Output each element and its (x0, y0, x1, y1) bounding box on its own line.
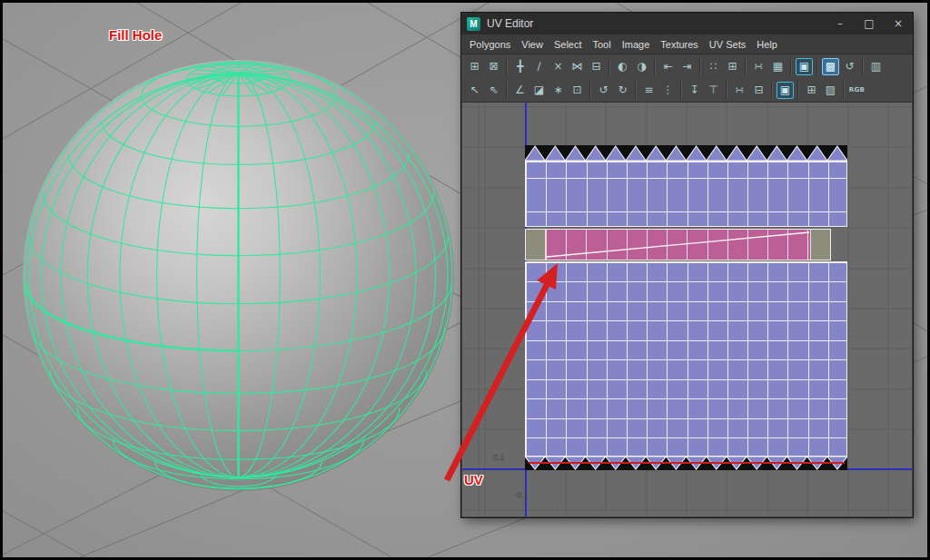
pin-uv-icon[interactable]: ∗ (549, 82, 567, 99)
toolbar: ⊞⊠╋∕×⋈⊟◐◑⇤⇥∷⊞∺▦▣▩↺▥ ↖⇖∠◪∗⊡↺↻≡⋮↧⊤∺⊟▣⊞▨RGB (461, 54, 913, 103)
align-u-min-icon[interactable]: ⇤ (659, 58, 677, 75)
toolbar-group: ▩↺ (822, 58, 858, 75)
toolbar-group: ⊞⊠ (466, 58, 502, 75)
flip-v-icon[interactable]: ◑ (633, 58, 650, 75)
uv-shell-middle[interactable] (525, 229, 831, 260)
menu-uv-sets[interactable]: UV Sets (704, 39, 751, 50)
toolbar-group: ↧⊤ (686, 82, 722, 99)
rotate-ccw-icon[interactable]: ↺ (595, 82, 612, 99)
toolbar-separator (745, 57, 747, 75)
fill-hole-label: Fill Hole (109, 27, 162, 43)
toolbar-separator (726, 81, 727, 99)
menu-textures[interactable]: Textures (655, 39, 704, 50)
menu-bar: PolygonsViewSelectToolImageTexturesUV Se… (461, 34, 913, 54)
shade-shell-icon[interactable]: ◪ (530, 82, 548, 99)
shaded-uv-display-icon[interactable]: ▣ (777, 82, 794, 99)
cut-uv-edge-icon[interactable]: ∕ (530, 58, 548, 75)
snap-top-icon[interactable]: ⊤ (705, 82, 722, 99)
unstack-icon[interactable]: ⋮ (659, 82, 677, 99)
move-uv-shell-icon[interactable]: ╋ (511, 58, 529, 75)
uv-shell-bottom-grid (525, 261, 847, 457)
select-cursor-icon[interactable]: ↖ (466, 82, 483, 99)
toolbar-group: ◐◑ (614, 58, 650, 75)
toolbar-separator (680, 81, 682, 99)
toolbar-group: ⇤⇥ (659, 58, 696, 75)
red-border-line (529, 462, 845, 464)
pixel-grid-icon[interactable]: ⊞ (803, 82, 820, 99)
close-button[interactable]: × (884, 13, 913, 34)
toolbar-separator (843, 81, 845, 99)
uv-editor-window: M UV Editor – □ × PolygonsViewSelectTool… (461, 13, 913, 517)
toolbar-separator (862, 57, 864, 75)
tweak-uv-tool-icon[interactable]: ∠ (511, 82, 529, 99)
menu-image[interactable]: Image (617, 39, 656, 50)
maximize-button[interactable]: □ (855, 13, 884, 34)
menu-help[interactable]: Help (751, 39, 783, 50)
toolbar-group: ∷⊞ (705, 58, 741, 75)
menu-tool[interactable]: Tool (588, 39, 617, 50)
sphere-wireframe (23, 60, 454, 491)
distortion-display-icon[interactable]: ↺ (841, 58, 858, 75)
stack-shells-icon[interactable]: ▦ (769, 58, 787, 75)
toolbar-separator (635, 81, 637, 99)
distribute-shells-icon[interactable]: ∷ (705, 58, 722, 75)
unfold-uv-icon[interactable]: ⊟ (588, 58, 605, 75)
title-bar[interactable]: M UV Editor – □ × (461, 13, 913, 34)
match-grid-icon[interactable]: ⊞ (724, 58, 741, 75)
toolbar-group: ▣ (796, 58, 813, 75)
toolbar-row1: ⊞⊠╋∕×⋈⊟◐◑⇤⇥∷⊞∺▦▣▩↺▥ (461, 54, 913, 78)
toolbar-group: ≡⋮ (640, 82, 677, 99)
marquee-select-icon[interactable]: ⊡ (569, 82, 586, 99)
minimize-button[interactable]: – (826, 13, 855, 34)
dim-image-icon[interactable]: ▨ (822, 82, 839, 99)
flip-u-icon[interactable]: ◐ (614, 58, 631, 75)
menu-polygons[interactable]: Polygons (464, 39, 516, 50)
add-select-cursor-icon[interactable]: ⇖ (485, 82, 502, 99)
align-u-max-icon[interactable]: ⇥ (678, 58, 696, 75)
menu-select[interactable]: Select (549, 39, 588, 50)
toolbar-separator (790, 57, 792, 75)
toolbar-group: ↖⇖ (466, 82, 502, 99)
toolbar-separator (506, 57, 508, 75)
grid-options-icon[interactable]: ⊟ (750, 82, 767, 99)
texture-border-toggle-icon[interactable]: ▥ (867, 58, 885, 75)
checker-map-icon[interactable]: ▩ (822, 58, 839, 75)
toolbar-separator (654, 57, 656, 75)
uv-band-pink (546, 230, 810, 260)
toolbar-group: ↺↻ (595, 82, 631, 99)
toolbar-group: RGB (848, 82, 866, 99)
toolbar-group: ╋∕×⋈⊟ (511, 58, 605, 75)
toolbar-separator (506, 81, 508, 99)
uv-shell-top-grid (525, 161, 847, 227)
uv-band-end-right (810, 230, 830, 260)
stack-similar-icon[interactable]: ≡ (640, 82, 658, 99)
screenshot-frame: M UV Editor – □ × PolygonsViewSelectTool… (0, 0, 930, 560)
uv-smudge-tool-icon[interactable]: ⊠ (485, 58, 502, 75)
toolbar-group: ▣ (777, 82, 794, 99)
toolbar-row2: ↖⇖∠◪∗⊡↺↻≡⋮↧⊤∺⊟▣⊞▨RGB (461, 78, 913, 102)
uv-canvas[interactable]: 0.1 -0.1 (462, 103, 912, 516)
uv-lattice-tool-icon[interactable]: ⊞ (466, 58, 483, 75)
snap-bottom-icon[interactable]: ↧ (686, 82, 703, 99)
uv-band-end-left (526, 230, 546, 260)
delete-uv-icon[interactable]: × (549, 58, 567, 75)
toolbar-group: ∺⊟ (731, 82, 767, 99)
display-image-toggle-icon[interactable]: ▣ (796, 58, 813, 75)
axis-label-01: 0.1 (493, 453, 505, 462)
menu-view[interactable]: View (516, 39, 549, 50)
window-title: UV Editor (487, 17, 826, 30)
uv-shell-bottom[interactable] (525, 261, 847, 470)
toolbar-separator (816, 57, 818, 75)
toolbar-group: ∠◪∗⊡ (511, 82, 586, 99)
uv-label: UV (464, 472, 483, 487)
toolbar-group: ▥ (867, 58, 885, 75)
uv-shell-top[interactable] (525, 145, 847, 227)
tile-view-icon[interactable]: ∺ (731, 82, 748, 99)
toolbar-separator (589, 81, 591, 99)
layout-shells-icon[interactable]: ∺ (750, 58, 767, 75)
sew-uv-edge-icon[interactable]: ⋈ (569, 58, 586, 75)
rgb-channels-icon[interactable]: RGB (848, 82, 866, 99)
toolbar-separator (699, 57, 701, 75)
maya-app-icon: M (467, 17, 480, 31)
rotate-cw-icon[interactable]: ↻ (614, 82, 631, 99)
